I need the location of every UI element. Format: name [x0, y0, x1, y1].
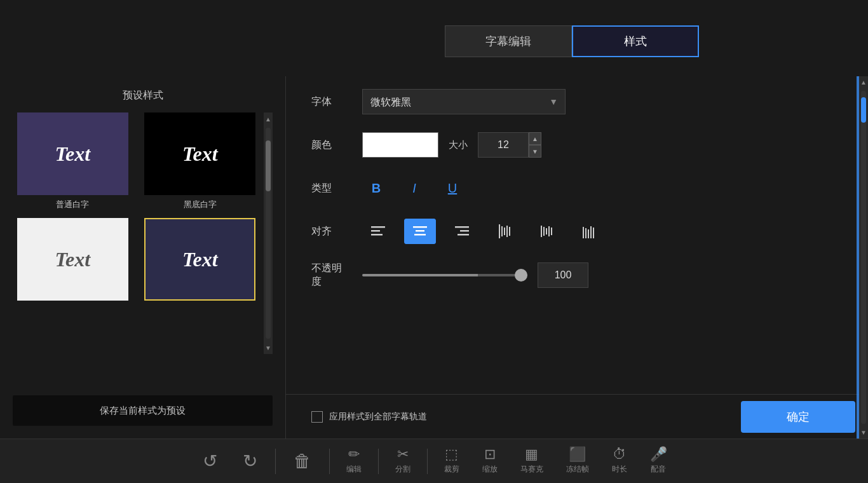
- freeze-button[interactable]: ⬛ 冻结帧: [555, 439, 600, 483]
- tab-subtitle-edit[interactable]: 字幕编辑: [445, 25, 572, 57]
- preset-thumb-4: Text: [144, 218, 255, 301]
- preset-scrollbar-thumb[interactable]: [266, 140, 271, 191]
- svg-rect-15: [543, 227, 545, 236]
- svg-rect-5: [414, 234, 426, 236]
- save-preset-button[interactable]: 保存当前样式为预设: [13, 395, 273, 426]
- opacity-input[interactable]: [538, 262, 588, 288]
- right-scroll-up[interactable]: ▲: [860, 76, 867, 88]
- align-right-button[interactable]: [446, 219, 478, 244]
- toolbar-sep-2: [329, 449, 330, 474]
- align-vert-top-button[interactable]: [488, 219, 520, 244]
- size-input[interactable]: [478, 132, 529, 158]
- crop-label: 裁剪: [444, 464, 459, 475]
- align-vert-mid-button[interactable]: [530, 219, 562, 244]
- redo-icon: ↻: [243, 452, 257, 470]
- crop-button[interactable]: ⬚ 裁剪: [433, 439, 471, 483]
- type-row: 类型 B I U: [311, 175, 843, 201]
- zoom-button[interactable]: ⊡ 缩放: [471, 439, 509, 483]
- preset-title: 预设样式: [13, 89, 273, 102]
- audio-button[interactable]: 🎤 配音: [639, 439, 679, 483]
- mask-button[interactable]: ▦ 马赛克: [509, 439, 555, 483]
- tab-style[interactable]: 样式: [572, 25, 699, 57]
- align-left-button[interactable]: [362, 219, 394, 244]
- preset-item-2[interactable]: Text 黑底白字: [140, 112, 261, 210]
- color-label: 颜色: [311, 139, 349, 152]
- svg-rect-8: [458, 234, 469, 236]
- font-select[interactable]: 微软雅黑 宋体 黑体 Arial: [362, 89, 566, 114]
- main-content: 预设样式 Text 普通白字 Text 黑底白字 Text: [0, 76, 868, 439]
- opacity-row: 不透明度: [311, 262, 843, 289]
- apply-all-wrapper: 应用样式到全部字幕轨道: [311, 411, 427, 423]
- preset-scroll-down[interactable]: ▼: [264, 341, 273, 354]
- blue-accent-bar: [857, 76, 859, 439]
- svg-rect-0: [371, 226, 385, 228]
- bold-button[interactable]: B: [362, 175, 390, 201]
- split-icon: ✂: [397, 447, 409, 461]
- align-vert-bot-button[interactable]: [572, 219, 604, 244]
- size-input-wrapper: ▲ ▼: [478, 132, 541, 158]
- preset-thumb-2: Text: [144, 112, 255, 195]
- color-size-row: 颜色 大小 ▲ ▼: [311, 132, 843, 158]
- svg-rect-16: [546, 228, 547, 235]
- left-panel: 预设样式 Text 普通白字 Text 黑底白字 Text: [0, 76, 286, 439]
- mask-label: 马赛克: [520, 464, 543, 475]
- toolbar-sep-3: [378, 449, 379, 474]
- delete-button[interactable]: 🗑: [281, 439, 324, 483]
- svg-rect-18: [551, 228, 552, 235]
- bottom-action-bar: 应用样式到全部字幕轨道 确定: [286, 394, 868, 439]
- edit-button[interactable]: ✏ 编辑: [335, 439, 373, 483]
- svg-rect-20: [585, 228, 587, 238]
- preset-scroll-up[interactable]: ▲: [264, 112, 273, 125]
- align-center-button[interactable]: [404, 219, 436, 244]
- preset-scrollbar-track: [266, 128, 271, 339]
- split-button[interactable]: ✂ 分割: [384, 439, 422, 483]
- preset-thumb-1: Text: [17, 112, 128, 195]
- italic-button[interactable]: I: [400, 175, 428, 201]
- size-spinners: ▲ ▼: [529, 132, 541, 158]
- svg-rect-7: [460, 230, 469, 232]
- audio-icon: 🎤: [650, 447, 667, 461]
- duration-icon: ⏱: [613, 447, 627, 461]
- tab-bar: 字幕编辑 样式: [445, 25, 699, 57]
- freeze-label: 冻结帧: [566, 464, 589, 475]
- toolbar-sep-1: [275, 449, 276, 474]
- svg-rect-17: [548, 226, 550, 236]
- color-size-controls: 大小 ▲ ▼: [362, 132, 843, 158]
- size-decrement-button[interactable]: ▼: [529, 145, 541, 158]
- align-controls: [362, 219, 843, 244]
- undo-button[interactable]: ↺: [190, 439, 230, 483]
- preset-thumb-3: Text: [17, 218, 128, 301]
- svg-rect-1: [371, 230, 380, 232]
- color-picker[interactable]: [362, 132, 438, 158]
- preset-item-1[interactable]: Text 普通白字: [13, 112, 133, 210]
- apply-all-checkbox[interactable]: [311, 411, 323, 423]
- freeze-icon: ⬛: [569, 447, 586, 461]
- duration-label: 时长: [612, 464, 627, 475]
- bottom-toolbar: ↺ ↻ 🗑 ✏ 编辑 ✂ 分割 ⬚ 裁剪 ⊡ 缩放 ▦ 马赛克 ⬛ 冻结帧: [0, 439, 868, 483]
- duration-button[interactable]: ⏱ 时长: [600, 439, 639, 483]
- preset-item-3[interactable]: Text: [13, 218, 133, 304]
- align-row: 对齐: [311, 219, 843, 244]
- right-scrollbar-thumb[interactable]: [861, 97, 866, 123]
- apply-all-label: 应用样式到全部字幕轨道: [329, 411, 427, 423]
- mask-icon: ▦: [525, 447, 538, 461]
- font-dropdown-wrapper: 微软雅黑 宋体 黑体 Arial ▼: [362, 89, 566, 114]
- size-increment-button[interactable]: ▲: [529, 132, 541, 145]
- right-panel: 字体 微软雅黑 宋体 黑体 Arial ▼ 颜色 大小: [286, 76, 868, 439]
- svg-rect-6: [455, 226, 469, 228]
- right-scroll-down[interactable]: ▼: [860, 426, 867, 439]
- opacity-slider[interactable]: [362, 274, 527, 276]
- undo-icon: ↺: [203, 452, 217, 470]
- zoom-icon: ⊡: [484, 447, 496, 461]
- svg-rect-23: [593, 228, 594, 238]
- right-scrollbar-track: [861, 91, 866, 424]
- confirm-button[interactable]: 确定: [741, 401, 855, 433]
- redo-button[interactable]: ↻: [230, 439, 270, 483]
- audio-label: 配音: [651, 464, 666, 475]
- underline-button[interactable]: U: [438, 175, 466, 201]
- preset-grid: Text 普通白字 Text 黑底白字 Text Text: [13, 112, 273, 304]
- svg-rect-9: [499, 224, 500, 238]
- right-scrollbar: ▲ ▼: [859, 76, 868, 439]
- preset-label-1: 普通白字: [56, 199, 89, 210]
- preset-item-4[interactable]: Text: [140, 218, 261, 304]
